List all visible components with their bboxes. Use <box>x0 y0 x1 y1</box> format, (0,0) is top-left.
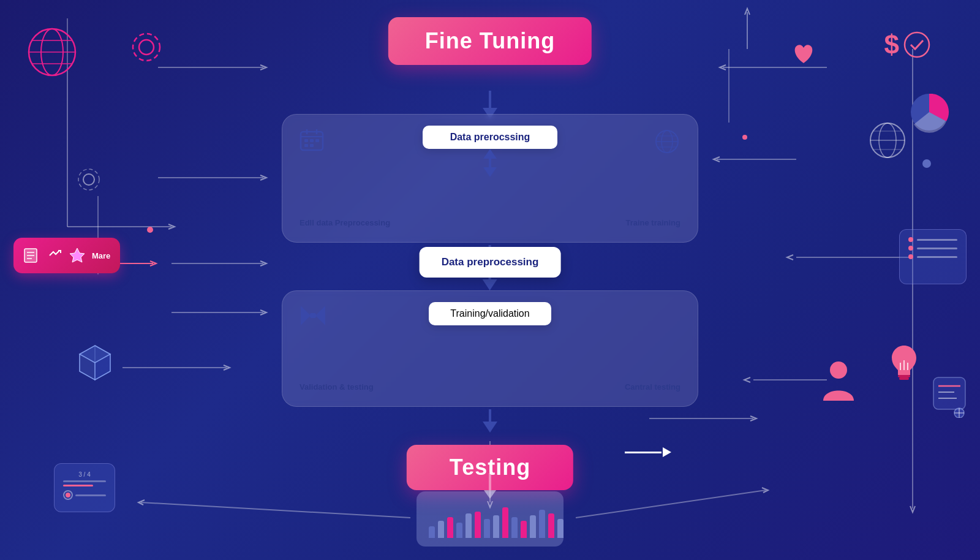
data-preprocessing-inner-label: Data prerocssing <box>423 126 557 149</box>
calendar-icon <box>300 128 324 155</box>
bar-4 <box>456 523 462 538</box>
svg-point-29 <box>905 32 929 57</box>
pink-card-left: Mare <box>13 238 120 273</box>
svg-marker-42 <box>70 248 85 262</box>
bar-6 <box>475 512 481 538</box>
data-preprocessing-middle-label: Data preprocessing <box>442 256 539 268</box>
bar-8 <box>493 515 499 538</box>
settings-bottom-right-icon <box>932 375 967 420</box>
bar-5 <box>466 513 472 538</box>
right-doc-card <box>899 229 967 284</box>
edll-data-label: Edll data Preprocessing <box>300 218 390 229</box>
blue-dot-decoration-1 <box>922 159 931 168</box>
svg-point-27 <box>139 40 154 55</box>
svg-rect-66 <box>310 139 314 142</box>
bar-3 <box>447 517 453 538</box>
cantral-testing-label: Cantral testing <box>625 382 680 393</box>
bar-9 <box>502 507 508 538</box>
bar-13 <box>539 510 545 539</box>
svg-rect-50 <box>899 377 909 380</box>
svg-rect-68 <box>304 144 308 147</box>
bar-chart-container <box>417 491 564 547</box>
svg-line-15 <box>576 490 766 518</box>
gear-mid-left-icon <box>74 164 104 197</box>
svg-point-30 <box>83 174 94 185</box>
heart-top-right-icon <box>791 42 816 69</box>
bar-12 <box>530 515 536 538</box>
bar-14 <box>548 513 554 538</box>
bowtie-icon <box>300 305 326 329</box>
upper-panel-container: Data prerocssing Edll data Preprocessing <box>282 114 698 243</box>
svg-rect-67 <box>315 139 319 142</box>
training-validation-label: Training/validation <box>450 308 529 319</box>
right-arrow-from-testing <box>625 447 671 457</box>
svg-point-48 <box>830 361 847 379</box>
fine-tuning-label: Fine Tuning <box>425 28 555 53</box>
person-icon <box>818 358 859 409</box>
validation-testing-label: Validation & testing <box>300 382 374 393</box>
training-validation-inner-label: Training/validation <box>429 302 551 325</box>
upper-panel: Data prerocssing Edll data Preprocessing <box>282 114 698 243</box>
fine-tuning-container: Fine Tuning <box>388 17 592 83</box>
globe-inner-right-icon <box>654 128 680 157</box>
svg-rect-65 <box>304 139 308 142</box>
trainer-training-label: Traine training <box>625 218 680 229</box>
data-preprocessing-connector: Data preprocessing <box>420 245 561 290</box>
bar-11 <box>521 521 527 538</box>
fine-tuning-box: Fine Tuning <box>388 17 592 65</box>
data-preprocessing-label: Data prerocssing <box>450 132 530 142</box>
svg-rect-77 <box>310 313 316 318</box>
bar-2 <box>438 521 444 538</box>
pink-card-label: Mare <box>92 251 110 260</box>
lower-panel-container: Training/validation Validation & testing… <box>282 290 698 407</box>
svg-point-31 <box>78 169 99 190</box>
svg-rect-49 <box>898 375 910 377</box>
dollar-top-right-icon: $ <box>884 31 931 59</box>
bar-chart <box>417 491 564 547</box>
lightbulb-icon <box>887 341 921 386</box>
bar-10 <box>511 517 518 538</box>
pie-chart-icon <box>908 91 951 136</box>
bar-15 <box>557 519 564 538</box>
data-preprocessing-box: Data preprocessing <box>420 247 561 278</box>
svg-marker-75 <box>301 306 311 325</box>
svg-point-28 <box>133 34 160 61</box>
cube-3d-icon <box>74 341 116 386</box>
gear-top-left-icon <box>126 27 167 70</box>
lower-panel: Training/validation Validation & testing… <box>282 290 698 407</box>
svg-rect-69 <box>310 144 314 147</box>
pink-dot-decoration-1 <box>147 227 153 233</box>
svg-marker-76 <box>315 306 325 325</box>
svg-line-14 <box>141 502 410 518</box>
pink-dot-decoration-2 <box>742 135 747 140</box>
double-arrow <box>483 149 497 177</box>
bar-1 <box>429 526 435 538</box>
globe-right-mid-icon <box>867 120 908 163</box>
main-canvas: $ <box>0 0 980 560</box>
report-bottom-left-card: 3 / 4 <box>54 463 115 512</box>
globe-left-icon <box>24 25 80 82</box>
bar-7 <box>484 519 490 538</box>
svg-rect-54 <box>933 377 965 409</box>
